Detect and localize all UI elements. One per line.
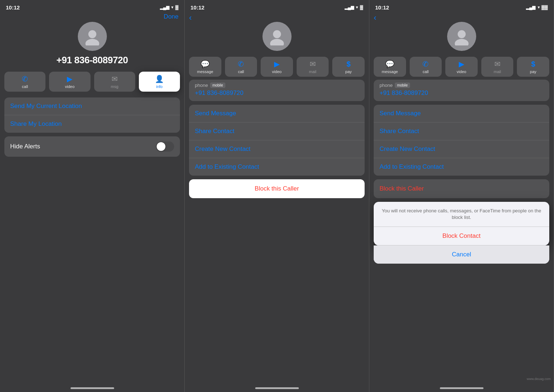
- phone-badge-3: mobile: [395, 83, 410, 88]
- block-caller-text-2: Block this Caller: [255, 185, 299, 192]
- video-label-2: video: [272, 69, 281, 74]
- battery-icon-3: ▓▓: [542, 5, 548, 10]
- mail-icon-2: ✉: [310, 60, 316, 68]
- svg-point-0: [88, 30, 96, 38]
- back-button-3[interactable]: ‹: [374, 13, 376, 23]
- action-row-3: 💬 message ✆ call ▶ video ✉ mail $ pay: [369, 57, 554, 77]
- info-button-1[interactable]: 👤 info: [139, 72, 180, 92]
- home-indicator-3: [440, 387, 483, 389]
- block-caller-text-3: Block this Caller: [380, 185, 424, 192]
- screen-1: 10:12 ▂▄▆ ▾ ▓ Done +91 836-8089720 ✆ cal…: [0, 0, 185, 392]
- status-bar-2: 10:12 ▂▄▆ ▾ ▓: [185, 0, 369, 13]
- message-icon-2: 💬: [201, 60, 210, 68]
- share-location-item[interactable]: Share My Location: [4, 115, 180, 133]
- mail-button-2[interactable]: ✉ mail: [297, 57, 329, 77]
- svg-point-4: [458, 30, 466, 38]
- pay-label-3: pay: [530, 69, 537, 74]
- call-label-1: call: [22, 84, 28, 89]
- menu-list-2: Send Message Share Contact Create New Co…: [189, 105, 365, 176]
- avatar-1: [78, 22, 107, 51]
- pay-icon-2: $: [346, 60, 350, 68]
- block-caller-box-2[interactable]: Block this Caller: [189, 179, 365, 198]
- action-row-1: ✆ call ▶ video ✉ msg 👤 info: [0, 72, 184, 92]
- signal-icon-3: ▂▄▆: [526, 5, 536, 10]
- video-icon-1: ▶: [67, 75, 72, 83]
- phone-label-3: phone: [380, 83, 393, 88]
- status-icons-1: ▂▄▆ ▾ ▓: [160, 5, 178, 10]
- send-location-item[interactable]: Send My Current Location: [4, 97, 180, 115]
- call-icon-2: ✆: [238, 60, 244, 68]
- call-button-2[interactable]: ✆ call: [225, 57, 257, 77]
- msg-label-1: msg: [111, 84, 119, 89]
- msg-button-1[interactable]: ✉ msg: [94, 72, 135, 92]
- video-button-2[interactable]: ▶ video: [261, 57, 293, 77]
- svg-point-2: [273, 30, 281, 38]
- action-row-2: 💬 message ✆ call ▶ video ✉ mail $ pay: [185, 57, 369, 77]
- signal-icon-2: ▂▄▆: [345, 5, 354, 10]
- status-time-3: 10:12: [375, 4, 389, 11]
- watermark: www.deuag.com: [527, 377, 551, 381]
- screen-content-2: ‹ 💬 message ✆ call ▶ video ✉: [185, 13, 369, 387]
- avatar-3: [447, 22, 476, 51]
- battery-icon-1: ▓: [175, 5, 178, 10]
- call-button-1[interactable]: ✆ call: [4, 72, 45, 92]
- confirm-message-text: You will not receive phone calls, messag…: [374, 202, 549, 227]
- signal-icon-1: ▂▄▆: [160, 5, 170, 10]
- phone-label-row-3: phone mobile: [374, 80, 549, 89]
- pay-button-2[interactable]: $ pay: [332, 57, 365, 77]
- phone-label-2: phone: [195, 83, 208, 88]
- hide-alerts-label: Hide Alerts: [10, 143, 40, 150]
- video-button-3[interactable]: ▶ video: [445, 57, 478, 77]
- message-button-3[interactable]: 💬 message: [374, 57, 406, 77]
- add-existing-item-2[interactable]: Add to Existing Contact: [189, 158, 365, 176]
- add-existing-item-3[interactable]: Add to Existing Contact: [374, 158, 549, 176]
- phone-number-2[interactable]: +91 836-8089720: [189, 89, 365, 101]
- home-indicator-1: [71, 387, 114, 389]
- video-icon-2: ▶: [274, 60, 280, 68]
- call-label-3: call: [423, 69, 429, 74]
- status-bar-1: 10:12 ▂▄▆ ▾ ▓: [0, 0, 184, 13]
- wifi-icon-3: ▾: [538, 5, 540, 10]
- block-caller-plain-3[interactable]: Block this Caller: [374, 179, 549, 198]
- mail-label-3: mail: [494, 69, 501, 74]
- contact-section-2: phone mobile +91 836-8089720: [189, 80, 365, 101]
- mail-icon-3: ✉: [494, 60, 501, 68]
- share-contact-item-3[interactable]: Share Contact: [374, 123, 549, 140]
- home-indicator-2: [255, 387, 299, 389]
- share-contact-item-2[interactable]: Share Contact: [189, 123, 365, 140]
- message-button-2[interactable]: 💬 message: [189, 57, 221, 77]
- back-button-2[interactable]: ‹: [189, 13, 192, 23]
- mail-button-3[interactable]: ✉ mail: [481, 57, 514, 77]
- location-list: Send My Current Location Share My Locati…: [4, 97, 180, 133]
- create-contact-item-2[interactable]: Create New Contact: [189, 140, 365, 158]
- pay-label-2: pay: [345, 69, 352, 74]
- info-label-1: info: [156, 84, 163, 89]
- send-message-item-2[interactable]: Send Message: [189, 105, 365, 123]
- send-message-item-3[interactable]: Send Message: [374, 105, 549, 123]
- hide-alerts-row: Hide Alerts: [4, 136, 180, 157]
- call-icon-1: ✆: [22, 75, 28, 83]
- call-button-3[interactable]: ✆ call: [410, 57, 442, 77]
- call-icon-3: ✆: [422, 60, 429, 68]
- phone-label-row-2: phone mobile: [189, 80, 365, 89]
- video-button-1[interactable]: ▶ video: [49, 72, 90, 92]
- message-icon-3: 💬: [385, 60, 394, 68]
- confirm-dialog-3: You will not receive phone calls, messag…: [374, 202, 549, 245]
- screen-content-1: Done +91 836-8089720 ✆ call ▶ video ✉ ms…: [0, 13, 184, 387]
- block-contact-button[interactable]: Block Contact: [374, 227, 549, 245]
- svg-point-1: [85, 39, 99, 45]
- phone-number-3[interactable]: +91 836-8089720: [374, 89, 549, 101]
- done-button[interactable]: Done: [164, 13, 178, 20]
- hide-alerts-toggle[interactable]: [156, 141, 174, 152]
- pay-button-3[interactable]: $ pay: [517, 57, 549, 77]
- svg-point-3: [270, 39, 284, 45]
- msg-icon-1: ✉: [112, 75, 118, 83]
- message-label-3: message: [382, 69, 398, 74]
- message-label-2: message: [197, 69, 213, 74]
- status-icons-2: ▂▄▆ ▾ ▓: [345, 5, 363, 10]
- cancel-button[interactable]: Cancel: [374, 245, 549, 264]
- create-contact-item-3[interactable]: Create New Contact: [374, 140, 549, 158]
- screen-3: 10:12 ▂▄▆ ▾ ▓▓ ‹ 💬 message ✆ call: [369, 0, 554, 392]
- info-person-icon: 👤: [155, 75, 164, 83]
- call-label-2: call: [238, 69, 244, 74]
